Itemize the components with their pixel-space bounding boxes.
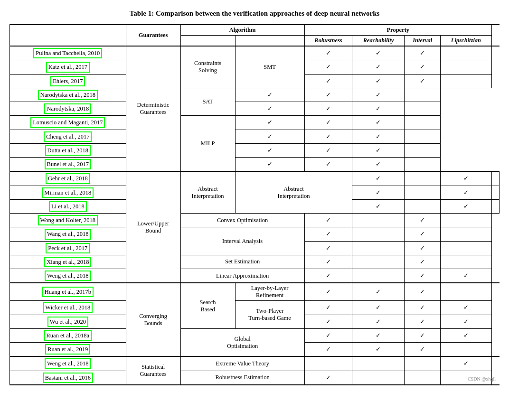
header-guarantees: Guarantees [126,25,180,46]
comparison-table: Guarantees Algorithm Property Robustness… [9,24,500,385]
header-robustness: Robustness [304,36,352,47]
table-title: Table 1: Comparison between the verifica… [9,9,500,18]
header-empty [10,25,126,46]
header-algo-sub1 [180,36,235,47]
header-algorithm: Algorithm [180,25,304,36]
header-interval: Interval [405,36,441,47]
header-lipschitzian: Lipschitzian [441,36,492,47]
header-algo-sub2 [235,36,304,47]
watermark: CSDN @xhqll [468,376,496,382]
header-property: Property [304,25,491,36]
header-reachability: Reachability [352,36,405,47]
